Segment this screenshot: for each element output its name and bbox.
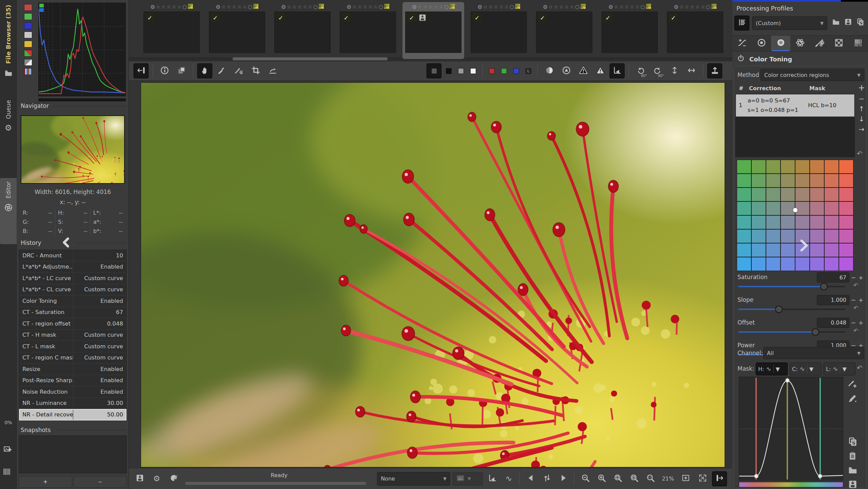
gear-icon[interactable]: ⚙ xyxy=(608,4,613,10)
color-grid-cell[interactable] xyxy=(810,160,824,173)
saturation-increment-button[interactable]: + xyxy=(857,272,864,282)
saturation-value[interactable]: 67 xyxy=(817,272,849,282)
color-grid-cell[interactable] xyxy=(795,160,809,173)
star-icon[interactable]: ☆ xyxy=(554,4,558,9)
save-curve-button[interactable] xyxy=(848,479,858,489)
save-current-image-button[interactable] xyxy=(132,471,147,486)
color-label-icon[interactable]: ○ xyxy=(640,4,645,10)
channel-red-button[interactable] xyxy=(487,66,497,76)
color-grid-cell[interactable] xyxy=(825,202,839,215)
gear-icon[interactable]: ⚙ xyxy=(216,4,220,10)
gear-icon[interactable]: ⚙ xyxy=(674,4,678,10)
curve-display-button[interactable]: ∿ xyxy=(501,471,516,486)
color-grid-cell[interactable] xyxy=(737,160,751,173)
channel-luminosity-button[interactable]: L xyxy=(523,66,533,76)
color-grid-cell[interactable] xyxy=(795,216,809,229)
move-region-down-button[interactable]: ↓ xyxy=(859,115,865,123)
history-row[interactable]: L*a*b* Adjustme...Enabled xyxy=(19,261,126,273)
trash-icon[interactable] xyxy=(319,4,324,10)
channel-blue-button[interactable] xyxy=(511,66,521,76)
color-grid-cell[interactable] xyxy=(737,257,751,271)
flip-horizontal-button[interactable] xyxy=(684,63,699,78)
color-grid-cell[interactable] xyxy=(781,160,795,173)
star-icon[interactable]: ☆ xyxy=(303,4,307,9)
histogram-overlay-button[interactable] xyxy=(610,63,625,78)
histogram-blue-toggle[interactable] xyxy=(24,22,32,29)
copy-curve-button[interactable] xyxy=(848,436,858,448)
star-icon[interactable]: ☆ xyxy=(559,4,564,9)
edit-point-picker-button[interactable] xyxy=(848,378,858,390)
sync-file-browser-button[interactable] xyxy=(539,471,554,486)
gear-icon[interactable]: ⚙ xyxy=(281,4,286,10)
star-icon[interactable]: ☆ xyxy=(292,4,297,9)
mask-l-combo[interactable]: L:∿▼ xyxy=(824,363,855,375)
power-icon[interactable] xyxy=(736,54,745,64)
star-icon[interactable]: ☆ xyxy=(308,4,312,9)
paste-curve-button[interactable] xyxy=(848,451,858,462)
straighten-tool-button[interactable] xyxy=(265,63,280,78)
fast-export-icon[interactable] xyxy=(3,445,12,455)
history-row[interactable]: L*a*b* - LC curveCustom curve xyxy=(19,273,126,284)
color-grid-cell[interactable] xyxy=(752,202,766,215)
star-icon[interactable]: ☆ xyxy=(428,4,433,9)
histogram-green-toggle[interactable] xyxy=(24,13,32,20)
trash-icon[interactable] xyxy=(253,4,258,10)
tab-file-browser[interactable]: File Browser (35) xyxy=(0,1,17,79)
star-icon[interactable]: ☆ xyxy=(297,4,302,9)
star-icon[interactable]: ☆ xyxy=(625,4,629,9)
color-grid-cell[interactable] xyxy=(737,243,751,257)
color-grid-cell[interactable] xyxy=(737,202,751,215)
gear-icon[interactable]: ⚙ xyxy=(477,4,482,10)
star-icon[interactable]: ☆ xyxy=(549,4,553,9)
star-icon[interactable]: ☆ xyxy=(166,4,171,9)
star-icon[interactable]: ☆ xyxy=(504,4,509,9)
filmstrip-thumbnail[interactable]: ⚙☆☆☆☆☆○✓ xyxy=(206,2,268,59)
gear-icon[interactable]: ⚙ xyxy=(150,4,155,10)
gear-icon[interactable]: ⚙ xyxy=(412,4,417,10)
tab-raw[interactable] xyxy=(829,36,849,51)
main-image[interactable] xyxy=(141,82,725,467)
load-profile-button[interactable] xyxy=(830,16,842,28)
color-grid-cell[interactable] xyxy=(766,188,780,201)
color-grid-cell[interactable] xyxy=(737,188,751,201)
star-icon[interactable]: ☆ xyxy=(499,4,504,9)
color-label-icon[interactable]: ○ xyxy=(575,4,579,10)
channel-green-button[interactable] xyxy=(499,66,509,76)
filmstrip-thumbnail[interactable]: ⚙☆☆☆☆☆○✓ xyxy=(272,2,333,59)
history-row[interactable]: CT - region offset0.048 xyxy=(19,318,126,330)
histogram-split-toggle[interactable] xyxy=(24,59,32,66)
remove-region-button[interactable]: − xyxy=(859,95,865,103)
history-collapse-icon[interactable] xyxy=(61,237,72,250)
region-list[interactable]: 1 a=0 b=0 S=67 s=1 o=0.048 p=1 HCL b=10 xyxy=(735,94,855,157)
color-grid-cell[interactable] xyxy=(737,174,751,187)
color-grid-cell[interactable] xyxy=(810,188,824,201)
color-grid-cell[interactable] xyxy=(752,243,766,257)
color-grid-cell[interactable] xyxy=(737,216,751,229)
color-grid-cell[interactable] xyxy=(839,243,853,257)
history-row[interactable]: ResizeEnabled xyxy=(19,364,126,375)
histogram-raw-toggle[interactable] xyxy=(24,50,32,57)
color-grid-cell[interactable] xyxy=(825,188,839,201)
offset-decrement-button[interactable]: − xyxy=(850,318,857,328)
history-row[interactable]: L*a*b* - CL curveCustom curve xyxy=(19,284,126,296)
color-grid-cell[interactable] xyxy=(810,230,824,243)
paste-profile-button[interactable] xyxy=(867,16,868,28)
tab-advanced[interactable] xyxy=(790,36,810,51)
trash-icon[interactable] xyxy=(384,4,389,10)
star-icon[interactable]: ☆ xyxy=(418,4,422,9)
histogram-bars-toggle[interactable] xyxy=(24,68,32,75)
previous-image-button[interactable] xyxy=(523,471,538,486)
gear-icon[interactable]: ⚙ xyxy=(347,4,351,10)
filmstrip-thumbnail[interactable]: ⚙☆☆☆☆☆○✓ xyxy=(468,2,530,59)
save-profile-button[interactable] xyxy=(842,16,854,28)
color-grid-cell[interactable] xyxy=(781,202,795,215)
tab-queue[interactable]: Queue ⚙ xyxy=(0,97,17,168)
offset-value[interactable]: 0.048 xyxy=(817,318,849,328)
color-grid-cell[interactable] xyxy=(781,257,795,271)
add-snapshot-button[interactable]: + xyxy=(19,476,72,488)
saturation-reset-icon[interactable]: ↶ xyxy=(853,282,858,289)
star-icon[interactable]: ☆ xyxy=(489,4,493,9)
color-grid-cell[interactable] xyxy=(766,202,780,215)
thumbnail-image[interactable]: ✓ xyxy=(667,12,723,53)
collapse-right-panel-button[interactable] xyxy=(712,471,727,486)
